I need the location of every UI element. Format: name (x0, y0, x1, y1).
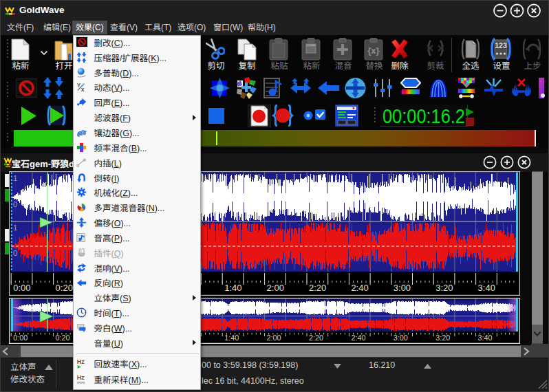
svg-text:0:00: 0:00 (13, 334, 28, 342)
svg-text:3:20: 3:20 (435, 334, 450, 342)
svg-text:1:40: 1:40 (224, 334, 239, 342)
svg-text:3:20: 3:20 (435, 283, 453, 293)
svg-text:1: 1 (13, 224, 17, 232)
svg-text:2:20: 2:20 (309, 283, 326, 293)
svg-text:0:00: 0:00 (13, 283, 30, 293)
svg-text:0: 0 (13, 249, 17, 257)
svg-text:1:40: 1:40 (224, 283, 241, 293)
svg-text:Hz: Hz (77, 358, 85, 365)
svg-text:2:00: 2:00 (267, 334, 281, 342)
svg-text:2:40: 2:40 (351, 283, 368, 293)
svg-text:0:20: 0:20 (56, 283, 73, 293)
svg-text:2:40: 2:40 (351, 334, 365, 342)
svg-text:1: 1 (13, 174, 17, 182)
svg-text:3:40: 3:40 (478, 334, 493, 342)
svg-text:123: 123 (495, 41, 507, 50)
svg-text:Hz: Hz (77, 374, 85, 381)
svg-text:2:20: 2:20 (309, 334, 323, 342)
svg-text:3:00: 3:00 (394, 334, 408, 342)
svg-text:0:20: 0:20 (56, 334, 70, 342)
svg-text:0: 0 (13, 200, 17, 208)
svg-text:3:40: 3:40 (478, 283, 495, 293)
svg-text:{x}: {x} (367, 45, 379, 56)
svg-text:3:00: 3:00 (394, 283, 411, 293)
svg-text:2:00: 2:00 (267, 283, 284, 293)
